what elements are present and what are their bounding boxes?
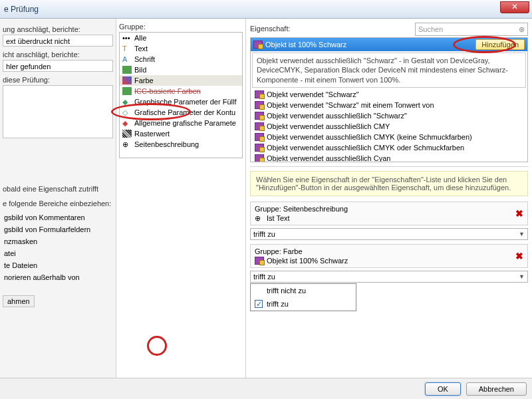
fill-icon: ◆ [122, 98, 132, 106]
report-hit-input[interactable]: ext überdruckt nicht [3, 35, 113, 47]
property-row[interactable]: Objekt verwendet "Schwarz" [251, 89, 527, 100]
property-icon [255, 101, 264, 109]
condition-block-1: Gruppe: Seitenbeschreibung ⊕Ist Text ✖ [250, 201, 528, 225]
add-button[interactable]: Hinzufügen [475, 39, 525, 50]
property-icon [255, 122, 264, 130]
label: obald eine Eigenschaft zutrifft [3, 185, 113, 193]
check-icon: ✓ [255, 300, 263, 308]
image-icon [122, 66, 132, 74]
property-row[interactable]: Objekt verwendet ausschließlich Cyan [251, 153, 527, 162]
property-row[interactable]: Objekt verwendet ausschließlich "Schwarz… [251, 110, 527, 121]
properties-list[interactable]: Objekt ist 100% Schwarz Hinzufügen Objek… [250, 37, 528, 162]
match-dropdown-1[interactable]: trifft zu▼ [250, 228, 528, 240]
diamond-icon: ◆ [122, 119, 132, 127]
ok-button[interactable]: OK [425, 382, 461, 396]
titlebar: e Prüfung ✕ [0, 0, 532, 19]
label: diese Prüfung: [3, 76, 113, 84]
group-item-image[interactable]: Bild [120, 65, 242, 75]
property-icon [255, 112, 264, 120]
property-description: Objekt verwendet ausschließlich "Schwarz… [252, 53, 526, 88]
dots-icon: ••• [122, 34, 132, 42]
stroke-icon: ◇ [122, 108, 132, 116]
label: icht anschlägt, berichte: [3, 51, 113, 59]
clear-icon[interactable]: ⊗ [519, 25, 525, 34]
property-icon [255, 90, 264, 98]
font-icon: A [122, 55, 132, 63]
property-row[interactable]: Objekt verwendet ausschließlich CMY [251, 121, 527, 132]
group-item-stroke[interactable]: ◇Grafische Parameter der Kontu [120, 107, 242, 118]
chevron-down-icon: ▼ [519, 231, 525, 237]
list-item[interactable]: gsbild von Kommentaren [3, 211, 113, 223]
property-icon [253, 41, 263, 49]
properties-panel: Eigenschaft: Suchen ⊗ Objekt ist 100% Sc… [246, 19, 532, 378]
check-desc-input[interactable] [3, 85, 113, 138]
cond-group: Gruppe: Seitenbeschreibung [255, 205, 523, 213]
areas-list: gsbild von Kommentaren gsbild von Formul… [3, 211, 113, 283]
window-title: e Prüfung [4, 5, 39, 14]
hint-text: Wählen Sie eine Eigenschaft in der "Eige… [250, 171, 528, 196]
label: e folgende Bereiche einbeziehen: [3, 200, 113, 207]
property-icon [255, 154, 264, 162]
property-row[interactable]: Objekt verwendet "Schwarz" mit einem Ton… [251, 100, 527, 110]
icc-icon [122, 87, 132, 95]
color-icon [122, 76, 132, 84]
group-item-halftone[interactable]: Rasterwert [120, 128, 242, 139]
group-item-all[interactable]: •••Alle [120, 33, 242, 43]
dropdown-list[interactable]: trifft nicht zu ✓trifft zu [250, 283, 356, 311]
cancel-button[interactable]: Abbrechen [466, 382, 527, 396]
page-icon: ⊕ [122, 140, 132, 148]
group-item-icc[interactable]: ICC-basierte Farben [120, 86, 242, 96]
page-icon: ⊕ [255, 214, 264, 222]
text-icon: T [122, 45, 132, 53]
list-item[interactable]: nzmasken [3, 235, 113, 247]
delete-button[interactable]: ✖ [514, 208, 525, 219]
property-icon [255, 257, 264, 265]
list-item[interactable]: gsbild von Formularfeldern [3, 223, 113, 235]
list-item[interactable]: norieren außerhalb von [3, 271, 113, 283]
group-item-font[interactable]: ASchrift [120, 54, 242, 65]
group-item-text[interactable]: TText [120, 43, 242, 54]
groups-panel: Gruppe: •••Alle TText ASchrift Bild Farb… [116, 19, 246, 378]
props-label: Eigenschaft: [250, 25, 291, 33]
cond-group: Gruppe: Farbe [255, 247, 523, 255]
frames-button[interactable]: ahmen [3, 295, 35, 307]
group-item-fill[interactable]: ◆Graphische Parameter der Füllf [120, 96, 242, 107]
property-row[interactable]: Objekt verwendet ausschließlich CMYK (ke… [251, 132, 527, 142]
list-item[interactable]: te Dateien [3, 259, 113, 271]
property-selected[interactable]: Objekt ist 100% Schwarz Hinzufügen [251, 38, 527, 51]
left-panel: ung anschlägt, berichte: ext überdruckt … [0, 19, 116, 378]
label: ung anschlägt, berichte: [3, 25, 113, 33]
dialog-footer: OK Abbrechen [0, 378, 532, 399]
condition-block-2: Gruppe: Farbe Objekt ist 100% Schwarz ✖ [250, 244, 528, 268]
dropdown-option-selected[interactable]: ✓trifft zu [251, 297, 356, 311]
match-dropdown-2[interactable]: trifft zu▼ [250, 271, 528, 283]
search-input[interactable]: Suchen ⊗ [415, 23, 528, 36]
report-miss-input[interactable]: hler gefunden [3, 60, 113, 72]
chevron-down-icon: ▼ [519, 273, 525, 280]
cond-prop: Ist Text [267, 214, 290, 222]
group-item-pagedesc[interactable]: ⊕Seitenbeschreibung [120, 139, 242, 150]
group-item-general[interactable]: ◆Allgemeine grafische Paramete [120, 118, 242, 128]
list-item[interactable]: atei [3, 247, 113, 259]
property-row[interactable]: Objekt verwendet ausschließlich CMYK ode… [251, 142, 527, 153]
groups-list[interactable]: •••Alle TText ASchrift Bild Farbe ICC-ba… [119, 32, 243, 158]
property-icon [255, 144, 264, 152]
cond-prop: Objekt ist 100% Schwarz [267, 257, 348, 265]
dropdown-option[interactable]: trifft nicht zu [251, 284, 356, 297]
close-button[interactable]: ✕ [500, 1, 529, 13]
groups-label: Gruppe: [119, 23, 243, 31]
halftone-icon [122, 130, 132, 138]
property-icon [255, 133, 264, 141]
group-item-color[interactable]: Farbe [120, 75, 242, 86]
delete-button[interactable]: ✖ [514, 251, 525, 261]
